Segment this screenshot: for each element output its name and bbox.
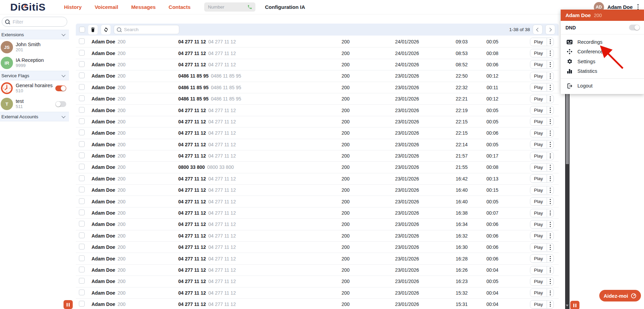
search-input[interactable] xyxy=(123,27,176,32)
sidebar-item-test[interactable]: Ttest511 xyxy=(0,96,69,112)
pause-handle-left[interactable] xyxy=(64,300,73,309)
select-all-checkbox[interactable] xyxy=(79,27,85,32)
prev-page-button[interactable] xyxy=(533,25,543,35)
play-button[interactable]: Play xyxy=(530,61,547,68)
row-checkbox[interactable] xyxy=(79,301,85,307)
row-checkbox[interactable] xyxy=(79,130,85,135)
play-button[interactable]: Play xyxy=(530,163,547,171)
row-menu-button[interactable] xyxy=(547,289,554,297)
row-checkbox[interactable] xyxy=(79,107,85,113)
pause-handle-right[interactable] xyxy=(570,301,579,309)
play-button[interactable]: Play xyxy=(530,278,547,285)
play-button[interactable]: Play xyxy=(530,38,547,46)
play-button[interactable]: Play xyxy=(530,220,547,228)
section-header-extensions[interactable]: Extensions xyxy=(0,30,69,39)
row-menu-button[interactable] xyxy=(547,72,554,80)
menu-item-settings[interactable]: Settings xyxy=(561,56,644,66)
row-checkbox[interactable] xyxy=(79,152,85,158)
play-button[interactable]: Play xyxy=(530,198,547,205)
row-checkbox[interactable] xyxy=(79,84,85,90)
row-menu-button[interactable] xyxy=(547,118,554,125)
row-menu-button[interactable] xyxy=(547,220,554,228)
row-checkbox[interactable] xyxy=(79,278,85,284)
play-button[interactable]: Play xyxy=(530,300,547,308)
row-menu-button[interactable] xyxy=(547,152,554,160)
delete-button[interactable] xyxy=(88,25,98,35)
next-page-button[interactable] xyxy=(545,25,555,35)
play-button[interactable]: Play xyxy=(530,152,547,160)
row-menu-button[interactable] xyxy=(547,140,554,148)
row-menu-button[interactable] xyxy=(547,175,554,183)
nav-history[interactable]: History xyxy=(64,4,82,10)
menu-item-logout[interactable]: Logout xyxy=(561,81,644,91)
play-button[interactable]: Play xyxy=(530,255,547,263)
row-menu-button[interactable] xyxy=(547,83,554,91)
row-checkbox[interactable] xyxy=(79,255,85,261)
call-phone-icon[interactable] xyxy=(247,4,252,10)
toggle-general-horaires[interactable] xyxy=(55,85,66,91)
menu-item-recordings[interactable]: Recordings xyxy=(561,37,644,47)
play-button[interactable]: Play xyxy=(530,72,547,80)
row-checkbox[interactable] xyxy=(79,50,85,56)
play-button[interactable]: Play xyxy=(530,95,547,103)
play-button[interactable]: Play xyxy=(530,289,547,297)
row-menu-button[interactable] xyxy=(547,38,554,46)
nav-contacts[interactable]: Contacts xyxy=(169,4,191,10)
row-menu-button[interactable] xyxy=(547,278,554,285)
number-input[interactable] xyxy=(207,4,245,10)
sidebar-item-ia-reception[interactable]: IRIA Reception9999 xyxy=(0,55,69,71)
row-checkbox[interactable] xyxy=(79,244,85,250)
nav-configuration-ia[interactable]: Configuration IA xyxy=(265,4,305,10)
row-menu-button[interactable] xyxy=(547,163,554,171)
play-button[interactable]: Play xyxy=(530,49,547,57)
row-menu-button[interactable] xyxy=(547,255,554,263)
row-checkbox[interactable] xyxy=(79,290,85,295)
row-menu-button[interactable] xyxy=(547,186,554,194)
play-button[interactable]: Play xyxy=(530,118,547,125)
play-button[interactable]: Play xyxy=(530,232,547,240)
play-button[interactable]: Play xyxy=(530,140,547,148)
row-menu-button[interactable] xyxy=(547,61,554,68)
refresh-button[interactable] xyxy=(101,25,111,35)
play-button[interactable]: Play xyxy=(530,175,547,183)
row-menu-button[interactable] xyxy=(547,209,554,217)
scrollbar-thumb[interactable] xyxy=(566,92,569,164)
row-menu-button[interactable] xyxy=(547,243,554,251)
row-checkbox[interactable] xyxy=(79,221,85,227)
menu-item-statistics[interactable]: Statistics xyxy=(561,66,644,76)
nav-messages[interactable]: Messages xyxy=(131,4,156,10)
row-checkbox[interactable] xyxy=(79,95,85,101)
play-button[interactable]: Play xyxy=(530,83,547,91)
play-button[interactable]: Play xyxy=(530,186,547,194)
row-checkbox[interactable] xyxy=(79,38,85,44)
help-button[interactable]: Aidez-moi xyxy=(599,290,641,301)
row-checkbox[interactable] xyxy=(79,118,85,124)
play-button[interactable]: Play xyxy=(530,243,547,251)
row-checkbox[interactable] xyxy=(79,72,85,78)
sidebar-item-general-horaires[interactable]: General horaires510 xyxy=(0,80,69,96)
row-menu-button[interactable] xyxy=(547,232,554,240)
row-menu-button[interactable] xyxy=(547,95,554,103)
play-button[interactable]: Play xyxy=(530,129,547,137)
row-checkbox[interactable] xyxy=(79,61,85,67)
row-checkbox[interactable] xyxy=(79,210,85,215)
play-button[interactable]: Play xyxy=(530,266,547,274)
row-checkbox[interactable] xyxy=(79,175,85,181)
menu-item-conferences[interactable]: Conferences xyxy=(561,47,644,56)
row-menu-button[interactable] xyxy=(547,129,554,137)
row-menu-button[interactable] xyxy=(547,300,554,308)
section-header-service-flags[interactable]: Service Flags xyxy=(0,71,69,80)
play-button[interactable]: Play xyxy=(530,106,547,114)
row-checkbox[interactable] xyxy=(79,164,85,170)
row-checkbox[interactable] xyxy=(79,267,85,272)
scroll-down-arrow-icon[interactable] xyxy=(566,305,569,307)
dnd-toggle[interactable] xyxy=(629,25,640,30)
nav-voicemail[interactable]: Voicemail xyxy=(95,4,118,10)
section-header-external-accounts[interactable]: External Accounts xyxy=(0,112,69,121)
row-checkbox[interactable] xyxy=(79,198,85,204)
row-checkbox[interactable] xyxy=(79,232,85,238)
row-menu-button[interactable] xyxy=(547,198,554,205)
row-menu-button[interactable] xyxy=(547,49,554,57)
play-button[interactable]: Play xyxy=(530,209,547,217)
row-checkbox[interactable] xyxy=(79,187,85,192)
